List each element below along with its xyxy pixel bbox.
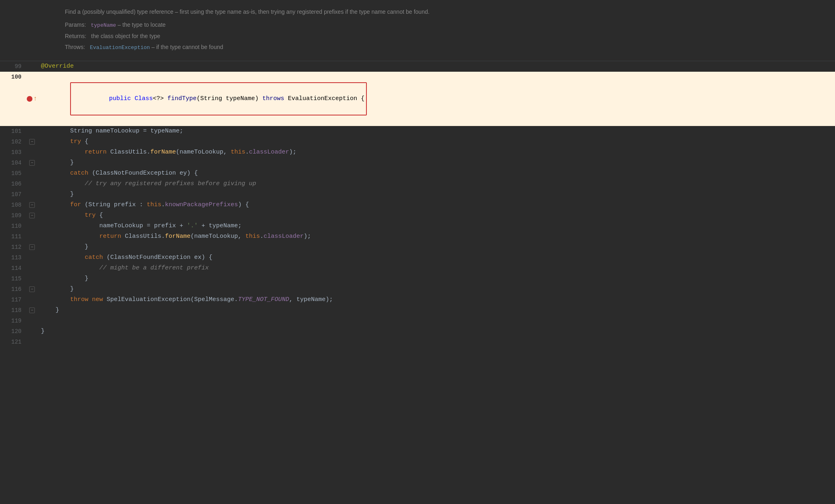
highlighted-line-box: public Class<?> findType(String typeName… — [70, 82, 367, 115]
code-content-114: // might be a different prefix — [38, 263, 835, 273]
classutils-111: ClassUtils. — [121, 233, 165, 240]
code-content-118: } — [38, 305, 835, 316]
generic-100: <?> — [153, 95, 167, 102]
fold-icon-118[interactable]: − — [29, 308, 35, 313]
concat-110: + typeName; — [198, 222, 242, 229]
fold-icon-116[interactable]: − — [29, 286, 35, 292]
gutter-108: − — [26, 200, 38, 210]
fold-icon-104[interactable]: − — [29, 160, 35, 166]
catch-param-113: (ClassNotFoundException ex) { — [103, 254, 212, 261]
line-num-108: 108 — [0, 200, 26, 210]
return-kw-103: return — [85, 149, 107, 156]
known-prefixes-108: knownPackagePrefixes — [165, 201, 238, 208]
gutter-113 — [26, 252, 38, 263]
gutter-112: − — [26, 242, 38, 252]
class-type-100: Class — [135, 95, 153, 102]
code-content-121 — [38, 337, 835, 347]
throws-link[interactable]: EvaluationException — [90, 45, 150, 51]
code-line-104: 104 − } — [0, 158, 835, 168]
type-not-found-117: TYPE_NOT_FOUND — [238, 296, 289, 303]
new-kw-117: new — [92, 296, 103, 303]
close-brace-115: } — [85, 275, 88, 282]
brace-109: { — [96, 212, 103, 219]
code-content-116: } — [38, 284, 835, 295]
catch-param-105: (ClassNotFoundException ey) { — [88, 170, 198, 177]
line-num-119: 119 — [0, 316, 26, 326]
returns-label: Returns: — [65, 33, 86, 39]
gutter-109: − — [26, 210, 38, 221]
code-line-107: 107 } — [0, 189, 835, 200]
classloader-103: classLoader — [249, 149, 289, 156]
catch-kw-113: catch — [85, 254, 103, 261]
returns-text: the class object for the type — [91, 33, 160, 39]
code-line-100: 100 ↑ public Class<?> findType(String ty… — [0, 72, 835, 126]
line-num-114: 114 — [0, 263, 26, 273]
args-103: (nameToLookup, — [176, 149, 231, 156]
code-content-104: } — [38, 158, 835, 168]
code-line-114: 114 // might be a different prefix — [0, 263, 835, 273]
args-111: (nameToLookup, — [191, 233, 245, 240]
code-line-106: 106 // try any registered prefixes befor… — [0, 179, 835, 189]
code-content-106: // try any registered prefixes before gi… — [38, 179, 835, 189]
code-line-110: 110 nameToLookup = prefix + '.' + typeNa… — [0, 221, 835, 231]
brace-108: ) { — [238, 201, 249, 208]
close-brace-118: } — [56, 307, 59, 314]
fold-icon-109[interactable]: − — [29, 213, 35, 218]
breakpoint-indicators: ↑ — [27, 96, 37, 102]
line-num-106: 106 — [0, 179, 26, 189]
breakpoint-icon[interactable] — [27, 96, 32, 102]
line-num-100: 100 — [0, 72, 26, 126]
gutter-104: − — [26, 158, 38, 168]
exception-100: EvaluationException { — [284, 95, 364, 102]
close-brace-112: } — [85, 243, 88, 250]
this-108: this — [147, 201, 161, 208]
close-brace-104: } — [70, 159, 74, 166]
dot-111: . — [260, 233, 263, 240]
close-brace-120: } — [41, 328, 45, 335]
gutter-111 — [26, 231, 38, 242]
dot-string-110: '.' — [187, 222, 198, 229]
try-kw-109: try — [85, 212, 96, 219]
dot-108: . — [161, 201, 165, 208]
code-content-103: return ClassUtils.forName(nameToLookup, … — [38, 147, 835, 158]
code-line-117: 117 throw new SpelEvaluationException(Sp… — [0, 295, 835, 305]
semi-103: ); — [289, 149, 296, 156]
line-num-103: 103 — [0, 147, 26, 158]
doc-description: Find a (possibly unqualified) type refer… — [65, 7, 770, 16]
line-num-112: 112 — [0, 242, 26, 252]
code-line-118: 118 − } — [0, 305, 835, 316]
code-line-105: 105 catch (ClassNotFoundException ey) { — [0, 168, 835, 179]
code-content-102: try { — [38, 137, 835, 147]
line-num-101: 101 — [0, 126, 26, 137]
brace-102: { — [81, 138, 88, 145]
code-line-120: 120 } — [0, 326, 835, 337]
throw-kw-117: throw — [70, 296, 88, 303]
name-assign-110: nameToLookup = prefix + — [99, 222, 187, 229]
code-line-101: 101 String nameToLookup = typeName; — [0, 126, 835, 137]
code-line-99: 99 @Override — [0, 61, 835, 72]
code-line-121: 121 — [0, 337, 835, 347]
fold-icon-108[interactable]: − — [29, 202, 35, 208]
line-num-115: 115 — [0, 273, 26, 284]
kw-public-100: public — [109, 95, 135, 102]
gutter-101 — [26, 126, 38, 137]
try-kw-102: try — [70, 138, 81, 145]
code-content-101: String nameToLookup = typeName; — [38, 126, 835, 137]
close-brace-107: } — [70, 191, 74, 198]
gutter-105 — [26, 168, 38, 179]
fold-icon-112[interactable]: − — [29, 244, 35, 250]
line-num-104: 104 — [0, 158, 26, 168]
comment-114: // might be a different prefix — [99, 265, 209, 271]
line-num-105: 105 — [0, 168, 26, 179]
gutter-99 — [26, 61, 38, 72]
gutter-116: − — [26, 284, 38, 295]
line-num-118: 118 — [0, 305, 26, 316]
gutter-106 — [26, 179, 38, 189]
code-line-113: 113 catch (ClassNotFoundException ex) { — [0, 252, 835, 263]
code-content-113: catch (ClassNotFoundException ex) { — [38, 252, 835, 263]
fold-icon-102[interactable]: − — [29, 139, 35, 145]
line-num-107: 107 — [0, 189, 26, 200]
this-111: this — [245, 233, 260, 240]
line-num-109: 109 — [0, 210, 26, 221]
space-117 — [88, 296, 92, 303]
